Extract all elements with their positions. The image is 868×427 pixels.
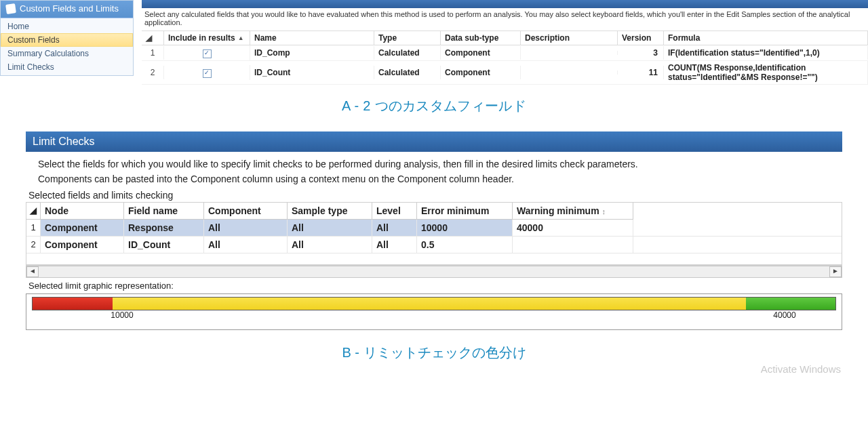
cf-header-row: ◢ Include in results▲ Name Type Data sub… (142, 30, 868, 45)
cell-version: 11 (618, 66, 664, 79)
graphic-rep-label: Selected limit graphic representation: (26, 278, 842, 293)
row-index: 1 (26, 220, 41, 236)
col-node[interactable]: Node (41, 203, 124, 220)
graphic-representation: 10000 40000 (26, 293, 842, 330)
cell-error-min: 0.5 (417, 237, 513, 253)
instruction-text: Select any calculated fields that you wo… (142, 8, 868, 30)
scroll-right-icon[interactable]: ► (829, 266, 842, 277)
col-version[interactable]: Version (618, 31, 664, 45)
table-row[interactable]: 2 ✓ ID_Count Calculated Component 11 COU… (142, 61, 868, 85)
sidebar-item-custom-fields[interactable]: Custom Fields (1, 33, 133, 47)
limit-checks-title: Limit Checks (26, 131, 842, 152)
limit-row[interactable]: 2 Component ID_Count All All All 0.5 (26, 237, 842, 253)
col-sample-type[interactable]: Sample type (288, 203, 372, 220)
col-name[interactable]: Name (250, 31, 374, 45)
cell-formula: COUNT(MS Response,Identification status=… (664, 61, 868, 84)
col-subtype[interactable]: Data sub-type (441, 31, 521, 45)
limit-checks-panel: Limit Checks Select the fields for which… (26, 131, 842, 330)
cell-subtype: Component (441, 46, 521, 60)
sidebar-item-home[interactable]: Home (1, 20, 133, 33)
sidebar: Custom Fields and Limits Home Custom Fie… (0, 0, 134, 76)
cell-formula: IF(Identification status="Identified",1,… (664, 46, 868, 60)
limit-desc-2: Components can be pasted into the Compon… (26, 171, 842, 186)
cell-node: Component (41, 237, 124, 253)
row-index: 1 (142, 46, 164, 60)
include-checkbox[interactable]: ✓ (164, 45, 250, 60)
table-row[interactable]: 1 ✓ ID_Comp Calculated Component 3 IF(Id… (142, 45, 868, 61)
panel-titlebar (142, 0, 868, 8)
cell-level: All (372, 237, 417, 253)
include-checkbox[interactable]: ✓ (164, 65, 250, 80)
sidebar-title: Custom Fields and Limits (20, 3, 119, 14)
ok-segment (746, 298, 835, 310)
cell-warning-min: 40000 (513, 220, 633, 236)
cell-field: Response (124, 220, 204, 236)
horizontal-scrollbar[interactable]: ◄ ► (26, 266, 842, 278)
row-index: 2 (142, 66, 164, 79)
cell-name: ID_Count (250, 66, 374, 79)
cell-component: All (204, 237, 288, 253)
col-include[interactable]: Include in results▲ (164, 31, 250, 45)
cell-type: Calculated (374, 46, 441, 60)
limit-desc-1: Select the fields for which you would li… (26, 152, 842, 171)
limit-table: ◢ Node Field name Component Sample type … (26, 202, 842, 266)
cell-component: All (204, 220, 288, 236)
selected-fields-label: Selected fields and limits checking (26, 186, 842, 202)
scroll-left-icon[interactable]: ◄ (26, 266, 39, 277)
row-index: 2 (26, 237, 41, 253)
cell-desc (521, 70, 618, 75)
error-segment (33, 298, 113, 310)
cell-type: Calculated (374, 66, 441, 79)
sort-asc-icon: ▲ (238, 35, 244, 41)
cell-name: ID_Comp (250, 46, 374, 60)
cell-version: 3 (618, 46, 664, 60)
col-warning-min[interactable]: Warning minimum ↕ (513, 203, 633, 220)
col-type[interactable]: Type (374, 31, 441, 45)
col-field[interactable]: Field name (124, 203, 204, 220)
cell-level: All (372, 220, 417, 236)
sidebar-list: Home Custom Fields Summary Calculations … (1, 18, 133, 75)
col-sort-icon[interactable]: ◢ (142, 31, 164, 45)
blank-strip (26, 253, 842, 265)
limit-row[interactable]: 1 Component Response All All All 10000 4… (26, 220, 842, 237)
doc-icon (5, 3, 16, 14)
cell-warning-min (513, 237, 633, 253)
cell-desc (521, 51, 618, 55)
caption-a: A - 2 つのカスタムフィールド (0, 85, 868, 122)
sidebar-item-summary-calculations[interactable]: Summary Calculations (1, 47, 133, 60)
custom-fields-panel: Select any calculated fields that you wo… (142, 0, 868, 85)
limit-header-row: ◢ Node Field name Component Sample type … (26, 203, 842, 220)
tick-low: 10000 (111, 310, 133, 320)
cell-subtype: Component (441, 66, 521, 79)
col-error-min[interactable]: Error minimum (417, 203, 513, 220)
cell-sample-type: All (288, 220, 372, 236)
sidebar-header: Custom Fields and Limits (1, 1, 133, 18)
caption-b: B - リミットチェックの色分け (0, 333, 868, 362)
tick-high: 40000 (773, 310, 795, 320)
limit-color-bar (32, 297, 836, 310)
col-description[interactable]: Description (521, 31, 618, 45)
col-level[interactable]: Level (372, 203, 417, 220)
cell-sample-type: All (288, 237, 372, 253)
col-formula[interactable]: Formula (664, 31, 868, 45)
cell-node: Component (41, 220, 124, 236)
col-corner[interactable]: ◢ (26, 203, 41, 220)
col-component[interactable]: Component (204, 203, 288, 220)
warning-segment (113, 298, 746, 310)
cell-error-min: 10000 (417, 220, 513, 236)
sidebar-item-limit-checks[interactable]: Limit Checks (1, 60, 133, 74)
cell-field: ID_Count (124, 237, 204, 253)
